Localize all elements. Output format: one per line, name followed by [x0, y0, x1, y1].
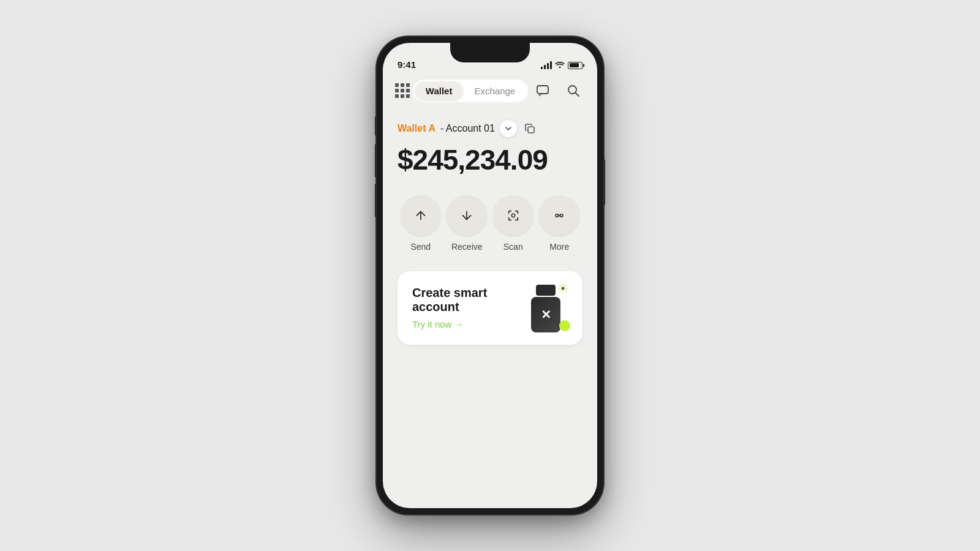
robot-illustration: ✕	[521, 283, 570, 332]
action-buttons: Send Receive	[398, 195, 582, 252]
balance-display: $245,234.09	[398, 144, 582, 176]
svg-point-6	[511, 214, 515, 217]
wallet-name: Wallet A	[398, 123, 435, 134]
send-icon-circle	[401, 195, 441, 236]
account-name: - Account 01	[440, 123, 495, 134]
svg-point-7	[562, 287, 565, 290]
smart-account-text: Create smart account Try it now →	[412, 286, 521, 330]
account-dropdown-button[interactable]	[500, 120, 517, 137]
svg-rect-0	[537, 86, 548, 94]
copy-address-button[interactable]	[522, 121, 538, 137]
more-label: More	[549, 242, 569, 252]
svg-line-2	[576, 93, 579, 97]
status-icons	[541, 61, 582, 70]
smart-account-card: Create smart account Try it now → ✕	[398, 271, 582, 345]
nav-header: Wallet Exchange	[383, 73, 597, 108]
wifi-icon	[555, 61, 565, 70]
message-button[interactable]	[531, 79, 554, 102]
receive-icon-circle	[447, 195, 487, 236]
tab-exchange[interactable]: Exchange	[463, 81, 526, 100]
send-button[interactable]: Send	[398, 195, 444, 252]
search-button[interactable]	[562, 79, 585, 102]
svg-rect-3	[528, 127, 534, 133]
signal-icon	[541, 61, 552, 69]
status-time: 9:41	[398, 59, 416, 70]
battery-icon	[568, 62, 582, 69]
tab-wallet[interactable]: Wallet	[415, 81, 464, 100]
smart-account-title: Create smart account	[412, 286, 521, 314]
phone-mockup: 9:41	[377, 37, 603, 514]
more-icon-circle	[539, 195, 579, 236]
smart-account-link[interactable]: Try it now →	[412, 319, 464, 329]
scan-label: Scan	[503, 242, 523, 252]
receive-button[interactable]: Receive	[444, 195, 491, 252]
send-label: Send	[410, 242, 431, 252]
tab-group: Wallet Exchange	[413, 80, 528, 102]
nav-right-icons	[531, 79, 585, 102]
notch	[450, 43, 530, 62]
account-selector: Wallet A - Account 01	[398, 120, 582, 137]
receive-label: Receive	[451, 242, 483, 252]
main-content: Wallet A - Account 01 $245,234.09	[383, 108, 597, 508]
menu-icon[interactable]	[395, 83, 410, 98]
more-button[interactable]: More	[537, 195, 583, 252]
scan-button[interactable]: Scan	[490, 195, 537, 252]
scan-icon-circle	[493, 195, 533, 236]
phone-screen: 9:41	[383, 43, 597, 508]
